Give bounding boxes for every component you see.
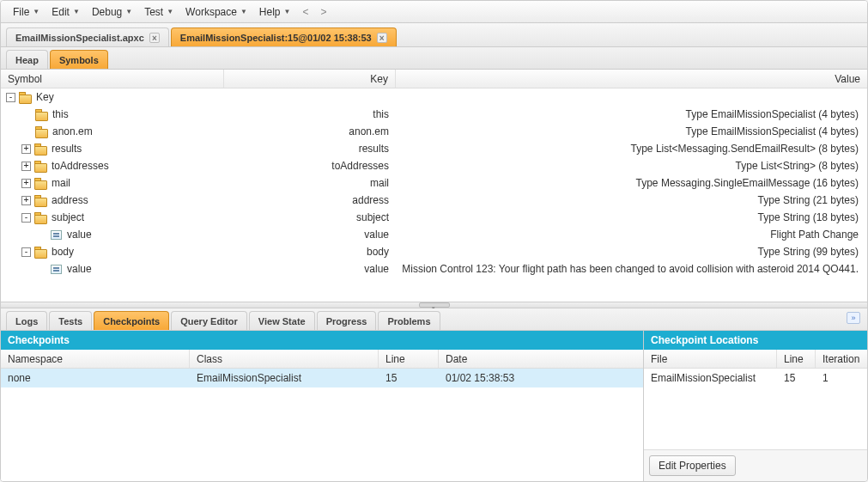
tree-row[interactable]: -subjectsubjectType String (18 bytes) (1, 209, 867, 226)
expand-icon[interactable]: + (21, 162, 31, 171)
editor-tabbar: EmailMissionSpecialist.apxc × EmailMissi… (1, 23, 867, 47)
value-cell: Type List<String> (8 bytes) (396, 160, 867, 172)
symbol-label: value (67, 229, 92, 241)
menu-edit[interactable]: Edit▼ (46, 4, 85, 20)
tree-row[interactable]: valuevalueFlight Path Change (1, 226, 867, 243)
value-cell: Type Messaging.SingleEmailMessage (16 by… (396, 177, 867, 189)
symbols-column-headers: Symbol Key Value (1, 70, 867, 88)
tab-progress[interactable]: Progress (317, 311, 377, 330)
symbols-tree[interactable]: -KeythisthisType EmailMissionSpecialist … (1, 88, 867, 302)
value-cell: Flight Path Change (396, 229, 867, 241)
value-cell: Type EmailMissionSpecialist (4 bytes) (396, 125, 867, 137)
checkpoints-title: Checkpoints (1, 331, 643, 350)
expand-panel-icon[interactable]: » (847, 312, 860, 324)
key-cell: value (224, 263, 396, 275)
caret-down-icon: ▼ (284, 8, 291, 15)
tab-label: EmailMissionSpecialist.apxc (15, 33, 144, 43)
locations-grid-body[interactable]: EmailMissionSpecialist 15 1 (644, 369, 867, 449)
nav-forward-button[interactable]: > (315, 4, 331, 20)
col-header-line[interactable]: Line (379, 350, 439, 368)
col-header-file[interactable]: File (644, 350, 777, 368)
tab-problems[interactable]: Problems (378, 311, 440, 330)
value-cell: Type List<Messaging.SendEmailResult> (8 … (396, 143, 867, 155)
folder-icon (35, 109, 47, 119)
col-header-line[interactable]: Line (777, 350, 816, 368)
symbol-label: this (52, 108, 69, 120)
symbol-label: value (67, 263, 92, 275)
folder-icon (34, 212, 46, 223)
menu-test[interactable]: Test▼ (139, 4, 179, 20)
tree-row[interactable]: +addressaddressType String (21 bytes) (1, 192, 867, 209)
collapse-icon[interactable]: - (21, 247, 31, 257)
col-header-key[interactable]: Key (224, 70, 396, 88)
folder-icon (35, 126, 47, 137)
tab-view-state[interactable]: View State (249, 311, 315, 330)
tab-checkpoints[interactable]: Checkpoints (94, 311, 169, 330)
tab-heap[interactable]: Heap (6, 50, 48, 69)
col-header-date[interactable]: Date (439, 350, 643, 368)
heap-symbols-tabbar: Heap Symbols (1, 47, 867, 70)
menu-workspace[interactable]: Workspace▼ (180, 4, 252, 20)
key-cell: subject (224, 211, 396, 223)
col-header-iteration[interactable]: Iteration (816, 350, 867, 368)
horizontal-splitter[interactable] (1, 302, 867, 308)
folder-icon (34, 195, 46, 205)
col-header-namespace[interactable]: Namespace (1, 350, 190, 368)
menu-file[interactable]: File▼ (8, 4, 45, 20)
expand-icon[interactable]: + (21, 196, 31, 205)
col-header-symbol[interactable]: Symbol (1, 70, 224, 88)
locations-button-bar: Edit Properties (644, 449, 867, 481)
value-cell: Type String (21 bytes) (396, 194, 867, 206)
tree-row[interactable]: +mailmailType Messaging.SingleEmailMessa… (1, 174, 867, 192)
table-row[interactable]: EmailMissionSpecialist 15 1 (644, 369, 867, 387)
checkpoints-grid-header: Namespace Class Line Date (1, 350, 643, 369)
symbol-label: address (52, 194, 88, 206)
menu-help[interactable]: Help▼ (254, 4, 296, 20)
tree-row[interactable]: thisthisType EmailMissionSpecialist (4 b… (1, 106, 867, 123)
locations-pane: Checkpoint Locations File Line Iteration… (644, 331, 867, 481)
editor-tab[interactable]: EmailMissionSpecialist.apxc × (6, 27, 169, 46)
symbol-label: Key (36, 91, 54, 103)
editor-tab[interactable]: EmailMissionSpecialist:15@01/02 15:38:53… (171, 27, 397, 46)
tree-row[interactable]: +toAddressestoAddressesType List<String>… (1, 157, 867, 174)
close-icon[interactable]: × (149, 33, 160, 43)
symbol-label: results (52, 143, 82, 155)
tree-row[interactable]: anon.emanon.emType EmailMissionSpecialis… (1, 123, 867, 140)
tab-logs[interactable]: Logs (6, 311, 47, 330)
collapse-icon[interactable]: - (6, 93, 15, 102)
folder-icon (19, 92, 31, 102)
caret-down-icon: ▼ (240, 8, 247, 15)
nav-back-button[interactable]: < (297, 4, 313, 20)
key-cell: toAddresses (224, 160, 396, 172)
key-cell: this (224, 108, 396, 120)
symbol-label: mail (52, 177, 70, 189)
tree-row[interactable]: -Key (1, 88, 867, 106)
symbol-label: body (52, 246, 74, 258)
expand-icon[interactable]: + (21, 179, 31, 188)
tab-tests[interactable]: Tests (49, 311, 92, 330)
edit-properties-button[interactable]: Edit Properties (649, 455, 736, 476)
locations-grid-header: File Line Iteration (644, 350, 867, 369)
expand-icon[interactable]: + (21, 144, 31, 154)
collapse-icon[interactable]: - (21, 213, 31, 223)
col-header-class[interactable]: Class (190, 350, 379, 368)
key-cell: value (224, 229, 396, 241)
tree-row[interactable]: +resultsresultsType List<Messaging.SendE… (1, 140, 867, 157)
table-row[interactable]: none EmailMissionSpecialist 15 01/02 15:… (1, 369, 643, 387)
tab-symbols[interactable]: Symbols (50, 50, 108, 69)
checkpoints-grid-body[interactable]: none EmailMissionSpecialist 15 01/02 15:… (1, 369, 643, 481)
tree-row[interactable]: -bodybodyType String (99 bytes) (1, 243, 867, 260)
folder-icon (34, 178, 46, 188)
tree-row[interactable]: valuevalueMission Control 123: Your flig… (1, 260, 867, 278)
col-header-value[interactable]: Value (396, 70, 867, 88)
caret-down-icon: ▼ (125, 8, 132, 15)
close-icon[interactable]: × (377, 33, 387, 43)
tab-query-editor[interactable]: Query Editor (171, 311, 247, 330)
cell-namespace: none (1, 372, 190, 384)
symbol-label: subject (52, 211, 84, 223)
locations-title: Checkpoint Locations (644, 331, 867, 350)
menu-debug[interactable]: Debug▼ (87, 4, 137, 20)
menu-bar: File▼ Edit▼ Debug▼ Test▼ Workspace▼ Help… (1, 1, 867, 23)
symbol-label: toAddresses (52, 160, 109, 172)
tab-label: EmailMissionSpecialist:15@01/02 15:38:53 (180, 33, 372, 43)
